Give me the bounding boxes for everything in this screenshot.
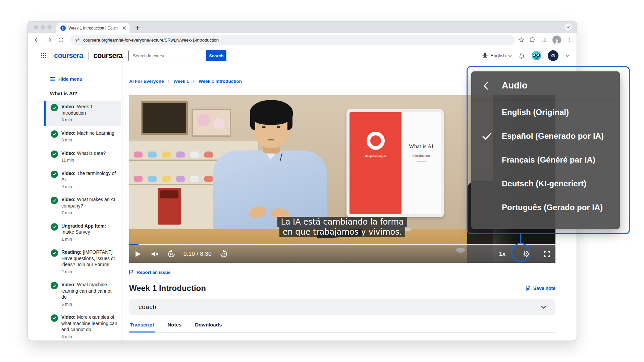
- lesson-duration: 8 min: [61, 334, 118, 340]
- lesson-item-terminology-of-ai[interactable]: Video: The terminology of AI 9 min: [44, 168, 121, 193]
- save-note-button[interactable]: Save note: [526, 286, 555, 291]
- coursera-partner-logo[interactable]: coursera: [94, 51, 123, 60]
- account-avatar[interactable]: G: [548, 50, 558, 61]
- tab-search-chevron-icon[interactable]: [565, 23, 572, 31]
- site-settings-icon[interactable]: [75, 38, 80, 43]
- new-tab-button[interactable]: [133, 24, 142, 32]
- completed-check-icon: [51, 314, 58, 322]
- deeplearning-logo-text: deeplearning.ai: [350, 155, 401, 158]
- playback-speed-button[interactable]: 1x: [499, 245, 505, 263]
- search-input[interactable]: [128, 50, 206, 61]
- browser-menu-icon[interactable]: [567, 37, 572, 43]
- fullscreen-icon[interactable]: [544, 245, 550, 263]
- browser-toolbar: coursera.org/learn/ai-for-everyone/lectu…: [28, 33, 577, 47]
- lesson-item-ai-company[interactable]: Video: What makes an AI company? 7 min: [44, 194, 121, 219]
- lesson-duration: 1 min: [61, 236, 118, 243]
- coursera-favicon: C: [60, 25, 66, 31]
- lesson-item-more-examples[interactable]: Video: More examples of what machine lea…: [44, 311, 121, 341]
- lesson-duration: 2 min: [61, 269, 118, 275]
- completed-check-icon: [51, 223, 58, 231]
- volume-icon[interactable]: [150, 249, 159, 259]
- bookmark-star-icon[interactable]: [518, 37, 524, 43]
- lesson-duration: 7 min: [61, 210, 118, 216]
- lesson-item-intake-survey[interactable]: Ungraded App Item: Intake Survey 1 min: [44, 220, 121, 245]
- breadcrumb-separator: ›: [168, 78, 170, 84]
- lesson-duration: 11 min: [61, 157, 106, 164]
- lesson-item-what-is-data[interactable]: Video: What is data? 11 min: [44, 147, 121, 166]
- breadcrumb-week[interactable]: Week 1: [173, 79, 189, 84]
- coursera-header: coursera coursera Search English: [28, 47, 577, 64]
- brand-divider: [88, 52, 89, 60]
- breadcrumb-separator: ›: [193, 78, 195, 84]
- lecture-tabs: Transcript Notes Downloads: [129, 320, 555, 333]
- lesson-duration: 8 min: [61, 117, 118, 123]
- play-button[interactable]: [133, 249, 143, 259]
- audio-option-deutsch[interactable]: Deutsch (KI-generiert): [471, 172, 620, 195]
- svg-text:10: 10: [222, 253, 225, 256]
- tab-downloads[interactable]: Downloads: [194, 320, 222, 332]
- subtitle-line-2: en que trabajamos y vivimos.: [279, 227, 406, 237]
- toolbar-right-icons: [518, 36, 572, 44]
- forward-icon[interactable]: [45, 36, 53, 44]
- coach-label: coach: [139, 303, 156, 311]
- reload-icon[interactable]: [57, 36, 65, 44]
- lesson-item-machine-learning[interactable]: Video: Machine Learning 8 min: [44, 127, 121, 146]
- video-controls: 10 0:10 / 8:30 10 1x ⚙: [129, 245, 555, 263]
- lesson-duration: 9 min: [61, 184, 118, 190]
- deeplearning-logo: [367, 132, 385, 150]
- hide-menu-button[interactable]: Hide menu: [50, 76, 122, 82]
- account-chevron-icon[interactable]: [565, 54, 569, 58]
- audio-option-english[interactable]: English (Original): [471, 100, 620, 124]
- note-icon: [526, 286, 531, 291]
- forward-10-icon[interactable]: 10: [219, 249, 228, 259]
- url-text[interactable]: coursera.org/learn/ai-for-everyone/lectu…: [83, 38, 219, 43]
- svg-text:10: 10: [170, 253, 173, 256]
- language-selector[interactable]: English: [482, 53, 512, 59]
- tab-title: Week 1 Introduction | Coursera: [68, 26, 119, 31]
- coursera-logo[interactable]: coursera: [54, 51, 83, 60]
- video-timestamp: 0:10 / 8:30: [183, 251, 212, 257]
- coach-avatar-icon[interactable]: [532, 51, 541, 60]
- apps-grid-icon[interactable]: [41, 53, 47, 59]
- selected-check-icon: [482, 132, 492, 140]
- search-button[interactable]: Search: [206, 50, 226, 61]
- language-label: English: [490, 53, 506, 58]
- tab-notes[interactable]: Notes: [167, 320, 182, 332]
- slide-title: What is AI: [401, 143, 441, 150]
- browser-tab[interactable]: C Week 1 Introduction | Coursera: [56, 23, 129, 33]
- slide-logo-panel: deeplearning.ai: [350, 112, 401, 214]
- audio-option-francais[interactable]: Français (Généré par IA): [471, 148, 620, 172]
- course-sidebar: Hide menu What is AI? Video: Week 1 Intr…: [28, 64, 122, 341]
- side-panel-icon[interactable]: [541, 37, 547, 43]
- course-search: Search: [128, 50, 226, 61]
- tab-transcript[interactable]: Transcript: [129, 320, 155, 332]
- rewind-10-icon[interactable]: 10: [167, 249, 176, 259]
- breadcrumb-course[interactable]: AI For Everyone: [129, 79, 164, 84]
- header-right: English G: [482, 50, 569, 61]
- chevron-down-icon: [541, 305, 546, 309]
- back-chevron-icon[interactable]: [483, 82, 488, 90]
- traffic-light-zoom[interactable]: [47, 25, 52, 29]
- lesson-duration: 8 min: [61, 137, 114, 143]
- lesson-item-week1-introduction[interactable]: Video: Week 1 Introduction 8 min: [44, 101, 121, 126]
- traffic-light-minimize[interactable]: [41, 25, 45, 29]
- report-issue-link[interactable]: Report an issue: [129, 269, 555, 275]
- subtitle-line-1: La IA está cambiando la forma: [277, 217, 407, 227]
- coach-dropdown[interactable]: coach: [129, 299, 555, 315]
- breadcrumb-lecture[interactable]: Week 1 Introduction: [199, 79, 242, 84]
- audio-option-portugues[interactable]: Português (Gerado por IA): [471, 195, 620, 219]
- tab-close-icon[interactable]: [121, 25, 127, 31]
- traffic-light-close[interactable]: [34, 25, 38, 29]
- extensions-puzzle-icon[interactable]: [530, 37, 536, 43]
- lesson-item-forum-reading[interactable]: Reading: [IMPORTANT] Have questions, iss…: [44, 246, 121, 278]
- audio-option-espanol[interactable]: Español (Generado por IA): [471, 124, 620, 148]
- lesson-item-ml-can-cannot[interactable]: Video: What machine learning can and can…: [44, 279, 121, 310]
- audio-menu-header: Audio: [471, 71, 620, 100]
- address-bar[interactable]: coursera.org/learn/ai-for-everyone/lectu…: [70, 35, 515, 45]
- back-icon[interactable]: [33, 36, 41, 44]
- chevron-down-icon: [508, 54, 512, 58]
- notifications-bell-icon[interactable]: [519, 53, 525, 59]
- completed-check-icon: [51, 282, 58, 289]
- browser-profile-avatar[interactable]: [552, 36, 561, 44]
- globe-icon: [482, 53, 488, 59]
